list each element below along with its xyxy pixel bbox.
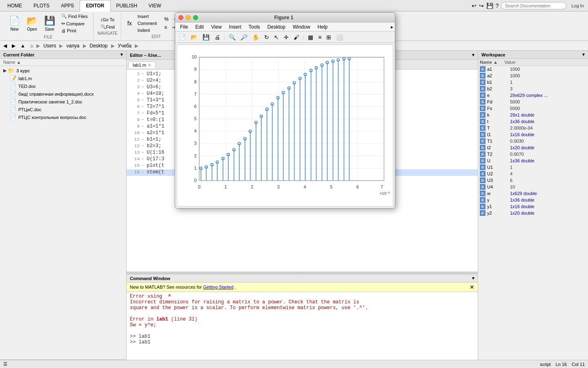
breadcrumb-uceba[interactable]: Учеба [116, 43, 134, 49]
file-lab1m[interactable]: 📝 lab1.m [0, 74, 126, 82]
comment-button[interactable]: Comment [136, 20, 159, 27]
fig-pan-btn[interactable]: ✋ [250, 33, 261, 41]
fig-menu-arrow[interactable]: ▸ [391, 24, 393, 30]
compare-button[interactable]: ⇔ Compare [59, 20, 90, 27]
fig-menu-help[interactable]: Help [314, 23, 331, 31]
ws-item-fs[interactable]: ⊞ Fs 5000 [478, 105, 588, 112]
editor-options-icon[interactable]: ▾ [472, 52, 474, 58]
find-button[interactable]: 🔍 Find [98, 23, 117, 30]
notice-close-icon[interactable]: ✕ [470, 284, 474, 290]
fig-cursor-btn[interactable]: ↖ [272, 33, 281, 41]
new-button[interactable]: 📄 New [7, 14, 22, 33]
breadcrumb-vanya[interactable]: vanya [65, 43, 81, 49]
fig-zoom-in-btn[interactable]: 🔍 [227, 33, 238, 41]
ws-item-a1[interactable]: ⊞ a1 1000 [478, 66, 588, 72]
align-btn[interactable]: ≡ [162, 24, 169, 31]
file-rtcs-questions[interactable]: 📄 РТЦС контрольные вопросы.doc [0, 113, 126, 121]
redo-icon[interactable]: ↪ [479, 2, 484, 9]
fig-datacursor-btn[interactable]: ✛ [282, 33, 291, 41]
help-icon[interactable]: ? [496, 2, 499, 9]
ws-item-b1[interactable]: ⊞ b1 1 [478, 79, 588, 85]
save-button[interactable]: 💾 Save [42, 14, 58, 33]
tab-apps[interactable]: APPS [55, 0, 80, 11]
fig-rotate-btn[interactable]: ↻ [262, 33, 271, 41]
tab-plots[interactable]: PLOTS [28, 0, 55, 11]
fig-menu-insert[interactable]: Insert [226, 23, 245, 31]
fig-menu-tools[interactable]: Tools [245, 23, 263, 31]
getting-started-link[interactable]: Getting Started [203, 285, 234, 289]
fig-new-btn[interactable]: 📄 [177, 33, 188, 41]
goto-button[interactable]: ↕ Go To [98, 16, 117, 23]
fig-maximize-button[interactable] [193, 15, 198, 20]
ws-item-t2[interactable]: ⊞ t2 1x20 double [478, 144, 588, 151]
back-button[interactable]: ◀ [2, 43, 9, 49]
tab-editor[interactable]: EDITOR [80, 0, 110, 11]
ws-item-a2[interactable]: ⊞ a2 1000 [478, 72, 588, 79]
fig-subplot-btn[interactable]: ⊞ [324, 33, 333, 41]
tab-publish[interactable]: PUBLISH [111, 0, 143, 11]
fig-save-btn[interactable]: 💾 [200, 33, 212, 41]
search-input[interactable] [501, 2, 566, 9]
workspace-options-icon[interactable]: ▾ [582, 52, 585, 57]
editor-tab-lab1m[interactable]: lab1.m ✕ [128, 61, 156, 68]
ws-item-y2[interactable]: ⊞ y2 1x20 double [478, 210, 588, 216]
fig-menu-view[interactable]: View [208, 23, 225, 31]
file-practice[interactable]: 📄 Практическое занятие 1_2.doc [0, 98, 126, 105]
breadcrumb-desktop[interactable]: Desktop [88, 43, 109, 49]
ws-item-b2[interactable]: ⊞ b2 3 [478, 85, 588, 92]
ws-item-t1[interactable]: ⊞ t1 1x16 double [478, 131, 588, 138]
breadcrumb-users[interactable]: Users [42, 43, 58, 49]
pct-button[interactable]: % [162, 16, 171, 23]
bottom-menu-icon[interactable]: ☰ [3, 361, 7, 367]
ws-item-T2[interactable]: ⊞ T2 0.0070 [478, 151, 588, 157]
open-button[interactable]: 📂 Open [24, 14, 40, 33]
current-folder-options-icon[interactable]: ▾ [120, 52, 123, 57]
ws-item-fd[interactable]: ⊞ Fd 5000 [478, 99, 588, 105]
fig-menu-file[interactable]: File [177, 23, 191, 31]
file-ted[interactable]: 📄 TED.doc [0, 82, 126, 90]
fx-button[interactable]: fx [125, 19, 134, 27]
indent-button[interactable]: Indent [136, 27, 159, 34]
ws-item-U[interactable]: ⊞ U 1x36 double [478, 157, 588, 164]
ws-item-t[interactable]: ⊞ t 1x36 double [478, 118, 588, 125]
file-bjd[interactable]: 📄 бжд( справочная информация).docx [0, 90, 126, 98]
fig-close-button[interactable] [178, 15, 183, 20]
file-rtcis[interactable]: 📄 РТЦиС.doc [0, 105, 126, 113]
insert-button[interactable]: Insert [136, 13, 159, 20]
ws-item-U4[interactable]: ⊞ U4 10 [478, 184, 588, 190]
fig-print-btn[interactable]: 🖨 [212, 33, 222, 41]
ws-item-U1[interactable]: ⊞ U1 1 [478, 164, 588, 171]
up-button[interactable]: ▲ [19, 43, 27, 49]
fig-menu-window[interactable]: Window [290, 23, 314, 31]
fig-colorbar-btn[interactable]: ▦ [306, 33, 315, 41]
fig-open-btn[interactable]: 📂 [189, 33, 200, 41]
fig-brush-btn[interactable]: 🖌 [292, 33, 301, 41]
tab-home[interactable]: HOME [2, 0, 28, 11]
fig-axis-btn[interactable]: ⬜ [334, 33, 345, 41]
save-icon[interactable]: 💾 [486, 2, 493, 9]
undo-icon[interactable]: ↩ [472, 2, 477, 9]
ws-item-y[interactable]: ⊞ y 1x36 double [478, 197, 588, 203]
ws-item-T1[interactable]: ⊞ T1 0.0030 [478, 138, 588, 144]
print-button[interactable]: 🖨 Print [59, 27, 90, 34]
home-folder-icon[interactable]: ⌂ [29, 43, 35, 49]
login-button[interactable]: Log In [569, 2, 586, 9]
find-files-button[interactable]: 🔍 Find Files [59, 13, 90, 20]
cmd-options-icon[interactable]: ▾ [472, 276, 474, 281]
tab-view[interactable]: VIEW [143, 0, 167, 11]
ws-item-U3[interactable]: ⊞ U3 6 [478, 177, 588, 184]
ws-item-T[interactable]: ⊞ T 2.0000e-04 [478, 125, 588, 131]
ws-item-e[interactable]: ⊞ e 29x629 complex ... [478, 92, 588, 99]
fig-menu-desktop[interactable]: Desktop [264, 23, 289, 31]
fig-menu-edit[interactable]: Edit [192, 23, 207, 31]
ws-item-w[interactable]: ⊞ w 1x629 double [478, 190, 588, 197]
forward-button[interactable]: ▶ [10, 43, 17, 49]
fig-zoom-out-btn[interactable]: 🔎 [238, 33, 249, 41]
ws-item-k[interactable]: ⊞ k 29x1 double [478, 112, 588, 118]
fig-minimize-button[interactable] [186, 15, 191, 20]
fig-legend-btn[interactable]: ≡ [316, 33, 323, 41]
folder-3kurs[interactable]: ▶ 📁 3 курс [0, 67, 126, 74]
ws-item-y1[interactable]: ⊞ y1 1x16 double [478, 203, 588, 210]
tab-close-lab1m[interactable]: ✕ [148, 63, 151, 67]
ws-item-U2[interactable]: ⊞ U2 4 [478, 171, 588, 177]
